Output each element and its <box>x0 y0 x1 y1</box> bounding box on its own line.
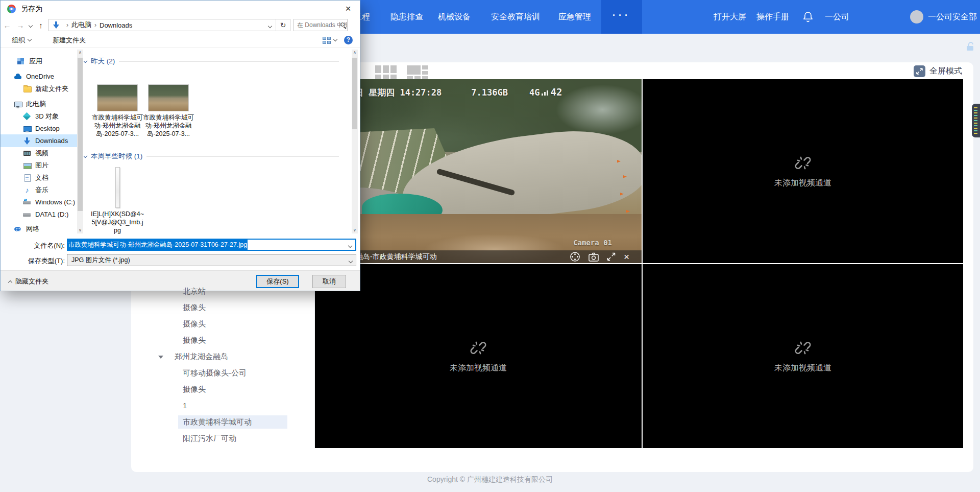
3d-cube-icon <box>23 112 31 121</box>
view-mode-icon <box>323 37 331 44</box>
file-item[interactable]: 市政黄埔科学城可动-郑州龙湖金融岛-2025-07-3... <box>90 84 145 138</box>
tree-group-zhengzhou[interactable]: 郑州龙湖金融岛 <box>131 349 315 364</box>
sidebar-item-d-drive[interactable]: DATA1 (D:) <box>1 208 77 221</box>
ptz-control-icon[interactable] <box>570 251 580 262</box>
save-button[interactable]: 保存(S) <box>256 275 299 288</box>
nav-more-menu[interactable]: ··· <box>601 0 642 34</box>
filename-dropdown-icon[interactable] <box>348 243 352 247</box>
address-dropdown-icon[interactable] <box>268 24 272 28</box>
scroll-up-icon[interactable]: ∧ <box>352 50 358 56</box>
nav-item-hazard-check[interactable]: 隐患排查 <box>390 0 423 34</box>
breadcrumb-root[interactable]: 此电脑 <box>71 20 91 30</box>
side-widget-handle[interactable] <box>972 104 980 137</box>
broken-link-icon <box>794 154 812 172</box>
sidebar-item-music[interactable]: ♪音乐 <box>1 183 77 196</box>
sidebar-scrollbar[interactable]: ∧ ∨ <box>77 50 83 233</box>
address-bar[interactable]: › 此电脑 › Downloads ↻ <box>48 19 290 31</box>
fullscreen-expand-icon <box>914 65 925 77</box>
bell-icon[interactable] <box>801 10 815 24</box>
sidebar-item-documents[interactable]: 文档 <box>1 171 77 184</box>
dialog-titlebar[interactable]: 另存为 × <box>1 1 360 17</box>
sidebar-item-3d-objects[interactable]: 3D 对象 <box>1 110 77 123</box>
scrollbar-thumb[interactable] <box>78 58 83 211</box>
search-icon[interactable] <box>340 22 345 27</box>
search-box[interactable]: 在 Downloads 中搜索 <box>293 19 348 31</box>
organize-button[interactable]: 组织 <box>12 36 31 45</box>
tree-item[interactable]: 摄像头 <box>131 300 315 315</box>
help-icon[interactable]: ? <box>344 36 353 44</box>
nav-item-machinery[interactable]: 机械设备 <box>438 0 471 34</box>
tree-expander-icon[interactable] <box>158 356 163 359</box>
sidebar-item-videos[interactable]: 视频 <box>1 147 77 159</box>
filetype-dropdown-icon[interactable] <box>349 259 353 263</box>
video-close-icon[interactable]: × <box>624 252 629 262</box>
breadcrumb-current[interactable]: Downloads <box>100 21 132 29</box>
filename-input[interactable]: 市政黄埔科学城可动-郑州龙湖金融岛-2025-07-31T06-27-27.jp… <box>67 239 356 251</box>
video-cell-empty: 未添加视频通道 <box>315 264 642 448</box>
up-icon[interactable]: ↑ <box>34 21 47 30</box>
nav-item-emergency[interactable]: 应急管理 <box>558 0 591 34</box>
no-channel-text: 未添加视频通道 <box>774 363 831 373</box>
forward-icon[interactable]: → <box>14 21 27 30</box>
file-item[interactable]: 市政黄埔科学城可动-郑州龙湖金融岛-2025-07-3... <box>141 84 196 138</box>
sidebar-item-desktop[interactable]: Desktop <box>1 122 77 135</box>
file-name: 市政黄埔科学城可动-郑州龙湖金融岛-2025-07-3... <box>90 113 145 138</box>
collapse-chevron-icon[interactable] <box>84 153 87 157</box>
sidebar-item-downloads[interactable]: Downloads <box>1 134 77 147</box>
sidebar-item-c-drive[interactable]: Windows (C:) <box>1 196 77 208</box>
list-scrollbar[interactable]: ∧ ∨ <box>352 50 358 233</box>
sidebar-item-network[interactable]: 网络 <box>1 222 77 235</box>
sidebar-item-onedrive[interactable]: OneDrive <box>1 70 77 83</box>
fullscreen-mode-button[interactable]: 全屏模式 <box>914 65 962 77</box>
tree-item-selected[interactable]: 市政黄埔科学城可动 <box>131 415 315 429</box>
hide-folders-button[interactable]: 隐藏文件夹 <box>9 277 48 286</box>
snapshot-icon[interactable] <box>589 252 599 262</box>
nav-user[interactable]: 一公司安全部 <box>928 0 977 34</box>
nav-company[interactable]: 一公司 <box>825 0 849 34</box>
computer-icon <box>14 100 22 108</box>
file-item[interactable]: IE]L(H]XK(SD@4~5[V@J@Q3_tmb.jpg <box>90 167 145 235</box>
group-header-earlier[interactable]: 本周早些时候 (1) <box>84 152 339 161</box>
file-name: 市政黄埔科学城可动-郑州龙湖金融岛-2025-07-3... <box>141 113 196 138</box>
scrollbar-thumb[interactable] <box>352 58 357 129</box>
tree-item[interactable]: 可移动摄像头-公司 <box>131 366 315 380</box>
nav-item-safety-training[interactable]: 安全教育培训 <box>491 0 540 34</box>
nav-open-big-screen[interactable]: 打开大屏 <box>714 0 746 34</box>
scroll-down-icon[interactable]: ∨ <box>77 227 83 233</box>
video-expand-icon[interactable] <box>607 252 616 261</box>
sidebar-item-pictures[interactable]: 图片 <box>1 159 77 172</box>
downloads-icon <box>52 21 60 29</box>
no-channel-text: 未添加视频通道 <box>774 178 831 189</box>
unlock-icon[interactable] <box>965 41 976 52</box>
group-header-yesterday[interactable]: 昨天 (2) <box>84 57 339 66</box>
broken-link-icon <box>470 339 487 357</box>
sidebar-item-apps[interactable]: 应用 <box>1 55 77 67</box>
downloads-icon <box>23 137 31 145</box>
scroll-up-icon[interactable]: ∧ <box>77 50 83 56</box>
cancel-button[interactable]: 取消 <box>312 275 346 288</box>
filetype-select[interactable]: JPG 图片文件 (*.jpg) <box>67 254 356 266</box>
history-chevron-icon[interactable] <box>29 23 33 27</box>
tree-item[interactable]: 摄像头 <box>131 382 315 396</box>
sidebar-item-this-pc[interactable]: 此电脑 <box>1 98 77 110</box>
nav-manual[interactable]: 操作手册 <box>756 0 789 34</box>
tree-item[interactable]: 1 <box>131 399 315 413</box>
scroll-down-icon[interactable]: ∨ <box>352 227 358 233</box>
image-thumbnail <box>115 167 120 208</box>
sidebar-item-new-folder[interactable]: 新建文件夹 <box>1 82 77 95</box>
tree-item[interactable]: 摄像头 <box>131 333 315 347</box>
tree-item[interactable]: 阳江污水厂可动 <box>131 431 315 446</box>
dialog-navigation-row: ← → ↑ › 此电脑 › Downloads ↻ 在 Downloads 中搜… <box>1 17 360 33</box>
view-mode-button[interactable] <box>323 37 337 44</box>
avatar[interactable] <box>910 10 923 24</box>
back-icon[interactable]: ← <box>1 21 14 30</box>
dialog-sidebar: 应用 OneDrive 新建文件夹 此电脑 3D 对象 Desktop Down… <box>1 49 77 236</box>
video-title-bar: 郑州龙湖金融岛-市政黄埔科学城可动 <box>315 250 642 263</box>
refresh-icon[interactable]: ↻ <box>276 19 290 31</box>
new-folder-button[interactable]: 新建文件夹 <box>53 36 86 45</box>
collapse-chevron-icon[interactable] <box>84 58 87 62</box>
dialog-close-icon[interactable]: × <box>341 3 355 15</box>
video-cell-live[interactable]: 07月31日 星期四 14:27:28 7.136GB 4G 42 Camera… <box>315 79 642 263</box>
tree-item[interactable]: 摄像头 <box>131 317 315 331</box>
camera-watermark: Camera 01 <box>573 239 612 247</box>
